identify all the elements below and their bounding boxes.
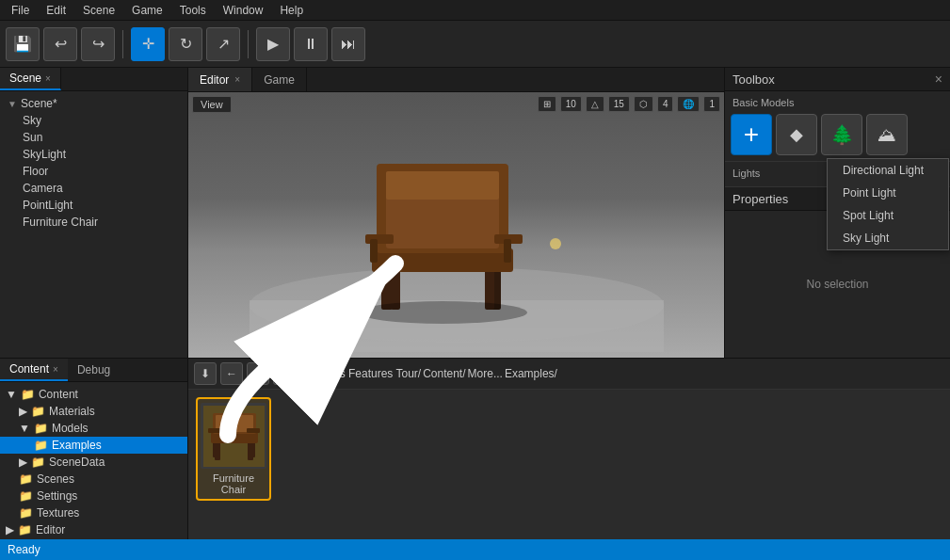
scene-tree: ▼ Scene* Sky Sun SkyLight Floor Camera P… — [0, 91, 187, 358]
svg-point-15 — [550, 238, 561, 249]
bottom-left-panel: Content × Debug ▼ 📁 Content ▶ 📁 Material… — [0, 359, 188, 560]
vp-num2[interactable]: 15 — [608, 96, 630, 112]
debug-tab[interactable]: Debug — [68, 359, 120, 381]
vp-num1[interactable]: 10 — [560, 96, 582, 112]
menu-help[interactable]: Help — [272, 2, 311, 19]
step-button[interactable]: ⏭ — [331, 27, 365, 61]
basic-models-label: Basic Models — [729, 95, 946, 112]
tree-item-skylight[interactable]: SkyLight — [0, 146, 187, 163]
lights-dropdown: Directional Light Point Light Spot Light… — [827, 158, 949, 250]
toolbox-header: Toolbox × — [725, 68, 950, 91]
folder-content-icon: 📁 — [21, 388, 35, 401]
content-tree-label-materials: Materials — [49, 405, 95, 418]
tree-item-sun[interactable]: Sun — [0, 129, 187, 146]
breadcrumb-part1[interactable]: Materials Features Tour/ — [299, 367, 421, 380]
folder-editor-icon: 📁 — [18, 523, 32, 536]
content-tree-materials[interactable]: ▶ 📁 Materials — [0, 403, 187, 420]
editor-tab-editor[interactable]: Editor × — [188, 68, 252, 91]
content-tree-label-scenedata: SceneData — [49, 456, 105, 469]
bottom-tabs: Content × Debug — [0, 359, 187, 382]
pause-button[interactable]: ⏸ — [294, 27, 328, 61]
content-tree-textures[interactable]: 📁 Textures — [0, 504, 187, 521]
menu-file[interactable]: File — [4, 2, 37, 19]
content-tree-models[interactable]: ▼ 📁 Models — [0, 420, 187, 437]
content-tree-label-content: Content — [39, 388, 78, 401]
editor-tab-label: Editor — [200, 73, 229, 87]
content-tab-close[interactable]: × — [53, 364, 58, 375]
gem-button[interactable]: ◆ — [776, 114, 817, 155]
content-tab[interactable]: Content × — [0, 359, 68, 381]
editor-tabs: Editor × Game — [188, 68, 724, 92]
menu-scene[interactable]: Scene — [75, 2, 122, 19]
basic-models-icons: + ◆ 🌲 ⛰ — [729, 112, 946, 157]
scene-tab-close[interactable]: × — [45, 73, 51, 84]
spot-light-option[interactable]: Spot Light — [828, 204, 948, 227]
redo-button[interactable]: ↪ — [81, 27, 115, 61]
tree-item-pointlight[interactable]: PointLight — [0, 197, 187, 214]
content-tree-label-models: Models — [52, 422, 89, 435]
tree-item-scene[interactable]: ▼ Scene* — [0, 95, 187, 112]
tree-item-sky[interactable]: Sky — [0, 112, 187, 129]
chair-thumbnail-svg — [203, 406, 265, 467]
content-tree-examples[interactable]: 📁 Examples — [0, 437, 187, 454]
furniture-chair-thumbnail — [201, 403, 266, 469]
tree-item-floor[interactable]: Floor — [0, 163, 187, 180]
content-tree-content[interactable]: ▼ 📁 Content — [0, 386, 187, 403]
svg-rect-25 — [247, 428, 260, 433]
vp-num3[interactable]: 4 — [657, 96, 674, 112]
scene-tab[interactable]: Scene × — [0, 68, 61, 90]
menu-edit[interactable]: Edit — [39, 2, 73, 19]
nav-back-button[interactable]: ← — [220, 362, 243, 385]
save-button[interactable]: 💾 — [6, 27, 40, 61]
content-nav: ⬇ ← → ↑ Materials Features Tour/ Content… — [188, 359, 950, 390]
move-button[interactable]: ✛ — [131, 27, 165, 61]
content-tree-scenedata[interactable]: ▶ 📁 SceneData — [0, 454, 187, 471]
undo-button[interactable]: ↩ — [43, 27, 77, 61]
view-button[interactable]: View — [192, 96, 232, 113]
file-item-furniture-chair[interactable]: Furniture Chair — [196, 397, 271, 501]
vp-hex-icon[interactable]: ⬡ — [634, 96, 653, 112]
svg-rect-24 — [208, 428, 221, 433]
content-tree-panel: ▼ 📁 Content ▶ 📁 Materials ▼ 📁 Models 📁 E… — [0, 382, 187, 560]
tree-item-furniture-chair[interactable]: Furniture Chair — [0, 214, 187, 231]
content-tree-editor[interactable]: ▶ 📁 Editor — [0, 521, 187, 538]
breadcrumb-part2[interactable]: Content/ — [423, 367, 465, 380]
properties-title: Properties — [733, 192, 788, 206]
point-light-option[interactable]: Point Light — [828, 182, 948, 204]
menu-tools[interactable]: Tools — [172, 2, 214, 19]
play-button[interactable]: ▶ — [256, 27, 290, 61]
editor-tab-game[interactable]: Game — [252, 68, 307, 91]
menu-game[interactable]: Game — [124, 2, 170, 19]
rotate-button[interactable]: ↻ — [169, 27, 202, 61]
svg-rect-20 — [248, 441, 253, 460]
tree-label-floor: Floor — [23, 165, 48, 178]
mountain-button[interactable]: ⛰ — [866, 114, 908, 155]
vp-num4[interactable]: 1 — [703, 96, 720, 112]
add-model-button[interactable]: + — [731, 114, 772, 155]
folder-scenes-icon: 📁 — [19, 472, 33, 486]
vp-grid-icon[interactable]: ⊞ — [538, 96, 556, 112]
tree-label-pointlight: PointLight — [23, 199, 72, 212]
toolbox-close-button[interactable]: × — [935, 72, 942, 87]
tree-item-camera[interactable]: Camera — [0, 180, 187, 197]
directional-light-option[interactable]: Directional Light — [828, 159, 948, 182]
content-tree-scenes[interactable]: 📁 Scenes — [0, 471, 187, 488]
content-tree-settings[interactable]: 📁 Settings — [0, 488, 187, 504]
breadcrumb-more[interactable]: More... — [468, 367, 503, 380]
sky-light-option[interactable]: Sky Light — [828, 227, 948, 249]
tree-button[interactable]: 🌲 — [821, 114, 862, 155]
editor-tab-close[interactable]: × — [234, 74, 240, 85]
viewport[interactable]: View ⊞ 10 △ 15 ⬡ 4 🌐 1 — [188, 92, 724, 358]
tree-label-scene: Scene* — [21, 97, 57, 110]
menu-window[interactable]: Window — [216, 2, 271, 19]
scale-button[interactable]: ↗ — [206, 27, 240, 61]
folder-scenedata-icon: 📁 — [31, 456, 45, 469]
svg-rect-13 — [504, 239, 511, 263]
vp-triangle-icon[interactable]: △ — [586, 96, 604, 112]
nav-forward-button[interactable]: → — [247, 362, 269, 385]
vp-globe-icon[interactable]: 🌐 — [677, 96, 700, 112]
scene-tab-label: Scene — [9, 72, 41, 85]
nav-up-button[interactable]: ↑ — [273, 362, 296, 385]
nav-download-button[interactable]: ⬇ — [194, 362, 217, 385]
breadcrumb-part4[interactable]: Examples/ — [505, 367, 557, 380]
